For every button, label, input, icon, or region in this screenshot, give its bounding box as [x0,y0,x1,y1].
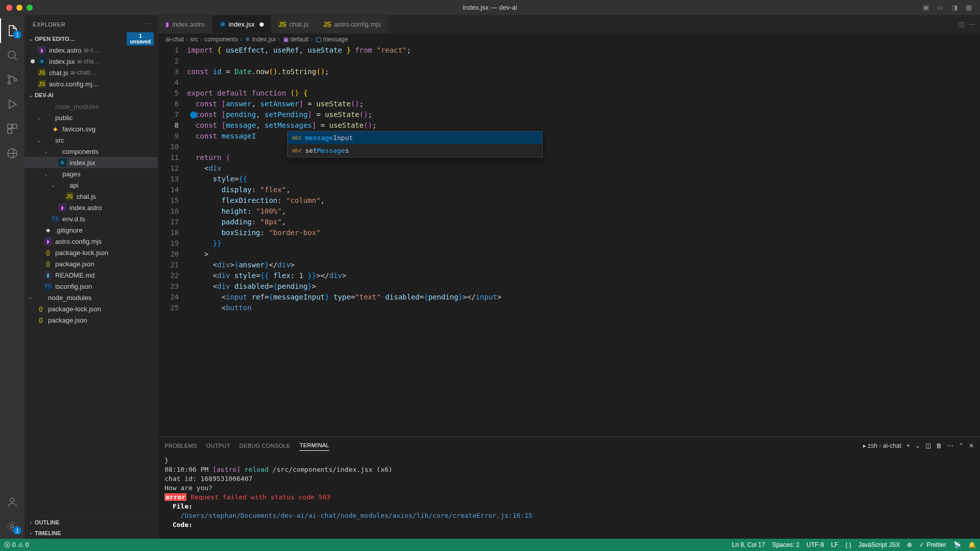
layout-primary-side-icon[interactable]: ▣ [919,2,933,13]
tree-label: public [55,114,73,122]
breadcrumb-item[interactable]: ai-chat [166,36,184,43]
tree-item[interactable]: {}package.json [25,314,158,326]
more-icon[interactable]: ⋯ [947,442,953,449]
explorer-icon[interactable]: 1 [0,18,25,43]
open-editor-item[interactable]: ⚛index.jsxai-cha… [25,56,158,67]
minimize-window[interactable] [16,5,22,11]
status-language[interactable]: JavaScript JSX [858,541,900,548]
editor-tab[interactable]: JSchat.js [271,15,316,33]
status-bell-icon[interactable]: 🔔 [968,541,976,548]
terminal[interactable]: } 08:10:06 PM [astro] reload /src/compon… [158,454,980,539]
tree-item[interactable]: ◗astro.config.mjs [25,236,158,247]
svg-point-0 [8,51,15,58]
status-errors[interactable]: ⓧ0 ⚠0 [4,541,29,549]
autocomplete-item[interactable]: abc setMessages [288,144,542,157]
editor-tab[interactable]: JSastro.config.mjs [316,15,388,33]
tree-item[interactable]: {}package-lock.json [25,247,158,258]
layout-secondary-side-icon[interactable]: ◨ [947,2,962,13]
autocomplete-popup[interactable]: abc messageInputabc setMessages [287,131,543,157]
maximize-window[interactable] [27,5,33,11]
autocomplete-item[interactable]: abc messageInput [288,131,542,144]
accounts-icon[interactable] [0,490,25,514]
react-icon: ⚛ [220,20,226,28]
status-braces-icon[interactable]: { } [846,541,851,548]
breadcrumb-item[interactable]: ⚛index.jsx [244,36,276,43]
breadcrumb-item[interactable]: ▢message [315,36,348,43]
tab-label: chat.js [289,20,309,28]
tree-item[interactable]: {}package-lock.json [25,303,158,314]
panel-tab[interactable]: PROBLEMS [165,441,197,451]
editor-tab[interactable]: ⚛index.jsx [213,15,272,33]
panel-tab[interactable]: OUTPUT [206,441,230,451]
open-editor-item[interactable]: JSastro.config.mj… [25,78,158,89]
open-editors-header[interactable]: ⌄ OPEN EDITO… 1 unsaved [25,33,158,44]
tree-item[interactable]: TStsconfig.json [25,281,158,292]
split-terminal-icon[interactable]: ◫ [925,442,931,449]
tree-item[interactable]: ◆favicon.svg [25,123,158,134]
tree-item[interactable]: ⌄public [25,112,158,123]
settings-icon[interactable]: 1 [0,514,25,539]
close-panel-icon[interactable]: ✕ [969,442,974,449]
folder-icon [44,113,52,122]
window-title: index.jsx — dev-ai [463,4,517,11]
tree-item[interactable]: ⌄pages [25,168,158,179]
close-window[interactable] [6,5,12,11]
shell-select[interactable]: ▸ zsh - ai-chat [863,442,901,449]
breadcrumb[interactable]: ai-chat›src›components›⚛index.jsx›▣defau… [158,34,980,45]
panel-tab[interactable]: TERMINAL [299,440,329,451]
panel-tab[interactable]: DEBUG CONSOLE [240,441,291,451]
maximize-panel-icon[interactable]: ⌃ [959,442,964,449]
tree-item[interactable]: ⚛index.jsx [25,157,158,168]
source-control-icon[interactable] [0,67,25,92]
tree-item[interactable]: ⌄api [25,179,158,191]
layout-customize-icon[interactable]: ▦ [962,2,976,13]
layout-panel-icon[interactable]: ▭ [933,2,947,13]
editor-tab[interactable]: ◗index.astro [158,15,213,33]
timeline-header[interactable]: › TIMELINE [25,527,158,539]
json-icon: {} [44,260,52,268]
tree-item[interactable]: node_modules [25,101,158,112]
run-debug-icon[interactable] [0,92,25,117]
open-editor-item[interactable]: ◗index.astroai-c… [25,44,158,56]
status-spaces[interactable]: Spaces: 2 [772,541,799,548]
open-editor-item[interactable]: JSchat.jsai-chat/… [25,67,158,78]
project-header[interactable]: ⌄ DEV-AI [25,89,158,101]
status-prettier[interactable]: ✓ Prettier [919,541,946,548]
editor-tabs: ◗index.astro⚛index.jsxJSchat.jsJSastro.c… [158,15,980,34]
folder-icon [51,147,59,155]
kill-terminal-icon[interactable]: 🗑 [936,442,942,449]
new-terminal-icon[interactable]: + [906,442,910,449]
breadcrumb-item[interactable]: ▣default [282,36,309,43]
code-editor[interactable]: import { useEffect, useRef, useState } f… [187,45,980,437]
more-icon[interactable]: ⋯ [968,20,975,28]
explorer-badge: 1 [13,31,21,39]
breadcrumb-item[interactable]: components [204,36,238,43]
error-icon: ⓧ [4,541,10,549]
js-icon: JS [38,68,46,77]
tree-item[interactable]: ▮README.md [25,269,158,281]
status-encoding[interactable]: UTF-8 [807,541,824,548]
terminal-dropdown-icon[interactable]: ⌄ [915,442,920,449]
tree-item[interactable]: ◗index.astro [25,202,158,213]
split-editor-icon[interactable]: ◫ [958,20,964,28]
status-cursor[interactable]: Ln 8, Col 17 [732,541,765,548]
status-copilot-icon[interactable]: ⊕ [907,541,912,548]
extensions-icon[interactable] [0,117,25,141]
code-hint-icon[interactable] [190,111,197,119]
tab-label: astro.config.mjs [334,20,381,28]
edge-devtools-icon[interactable] [0,141,25,166]
tree-item[interactable]: JSchat.js [25,191,158,202]
tree-item[interactable]: ›node_modules [25,292,158,303]
tree-item[interactable]: {}package.json [25,258,158,269]
status-radio-icon[interactable]: 📡 [953,541,961,548]
breadcrumb-item[interactable]: src [190,36,198,43]
tree-item[interactable]: TSenv.d.ts [25,213,158,224]
status-eol[interactable]: LF [831,541,838,548]
tree-item[interactable]: ◆.gitignore [25,224,158,236]
tree-item[interactable]: ⌄src [25,134,158,146]
outline-header[interactable]: › OUTLINE [25,516,158,527]
search-icon[interactable] [0,43,25,67]
file-hint: ai-chat/… [71,69,97,76]
tree-item[interactable]: ⌄components [25,146,158,157]
sidebar-more-icon[interactable]: ⋯ [144,21,150,28]
